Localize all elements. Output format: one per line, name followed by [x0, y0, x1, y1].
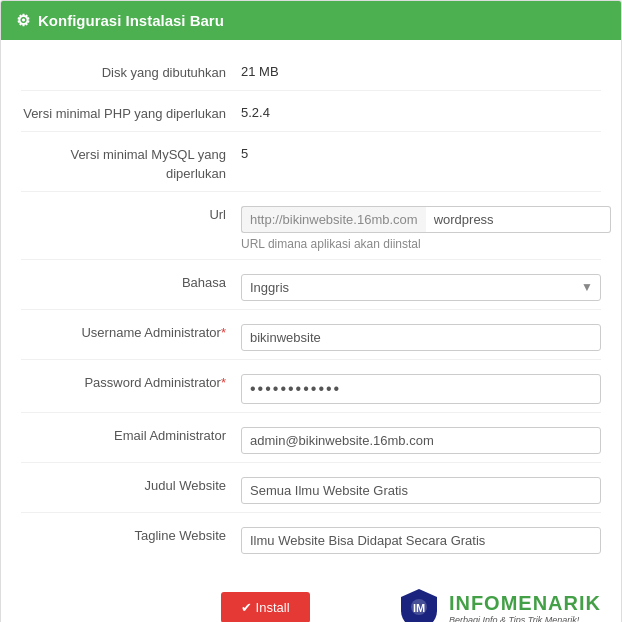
field-judul: Judul Website	[21, 463, 601, 513]
label-mysql: Versi minimal MySQL yang diperlukan	[21, 140, 241, 182]
value-judul	[241, 471, 601, 504]
url-row: http://bikinwebsite.16mb.com	[241, 206, 611, 233]
label-tagline: Tagline Website	[21, 521, 241, 545]
url-prefix: http://bikinwebsite.16mb.com	[241, 206, 426, 233]
url-suffix-input[interactable]	[426, 206, 611, 233]
value-email	[241, 421, 601, 454]
card-footer: ✔ Install IM INFOMENARIK Berbagi Info & …	[1, 582, 621, 622]
label-password: Password Administrator*	[21, 368, 241, 392]
field-php: Versi minimal PHP yang diperlukan 5.2.4	[21, 91, 601, 132]
value-mysql: 5	[241, 140, 601, 161]
required-marker-password: *	[221, 375, 226, 390]
watermark-name: INFOMENARIK	[449, 592, 601, 615]
field-email: Email Administrator	[21, 413, 601, 463]
value-php: 5.2.4	[241, 99, 601, 120]
value-disk: 21 MB	[241, 58, 601, 79]
value-url: http://bikinwebsite.16mb.com URL dimana …	[241, 200, 611, 251]
label-php: Versi minimal PHP yang diperlukan	[21, 99, 241, 123]
field-mysql: Versi minimal MySQL yang diperlukan 5	[21, 132, 601, 191]
value-bahasa: Inggris Indonesia ▼	[241, 268, 601, 301]
card-title: Konfigurasi Instalasi Baru	[38, 12, 224, 29]
email-input[interactable]	[241, 427, 601, 454]
value-username	[241, 318, 601, 351]
label-bahasa: Bahasa	[21, 268, 241, 292]
label-email: Email Administrator	[21, 421, 241, 445]
card-header: ⚙ Konfigurasi Instalasi Baru	[1, 1, 621, 40]
select-wrapper-bahasa: Inggris Indonesia ▼	[241, 274, 601, 301]
watermark-text: INFOMENARIK Berbagi Info & Tips Trik Men…	[449, 592, 601, 622]
config-card: ⚙ Konfigurasi Instalasi Baru Disk yang d…	[0, 0, 622, 622]
username-input[interactable]	[241, 324, 601, 351]
value-password	[241, 368, 601, 404]
watermark-tagline: Berbagi Info & Tips Trik Menarik!	[449, 615, 601, 622]
watermark: IM INFOMENARIK Berbagi Info & Tips Trik …	[395, 585, 601, 622]
label-username: Username Administrator*	[21, 318, 241, 342]
field-url: Url http://bikinwebsite.16mb.com URL dim…	[21, 192, 601, 260]
required-marker-username: *	[221, 325, 226, 340]
field-disk: Disk yang dibutuhkan 21 MB	[21, 50, 601, 91]
install-button[interactable]: ✔ Install	[221, 592, 310, 622]
select-bahasa[interactable]: Inggris Indonesia	[241, 274, 601, 301]
label-url: Url	[21, 200, 241, 224]
field-tagline: Tagline Website	[21, 513, 601, 562]
infomenarik-logo: IM	[395, 585, 443, 622]
url-hint: URL dimana aplikasi akan diinstal	[241, 237, 611, 251]
judul-input[interactable]	[241, 477, 601, 504]
value-tagline	[241, 521, 601, 554]
field-password: Password Administrator*	[21, 360, 601, 413]
tagline-input[interactable]	[241, 527, 601, 554]
label-judul: Judul Website	[21, 471, 241, 495]
settings-icon: ⚙	[16, 11, 30, 30]
field-bahasa: Bahasa Inggris Indonesia ▼	[21, 260, 601, 310]
svg-text:IM: IM	[413, 602, 425, 614]
label-disk: Disk yang dibutuhkan	[21, 58, 241, 82]
card-body: Disk yang dibutuhkan 21 MB Versi minimal…	[1, 40, 621, 582]
field-username: Username Administrator*	[21, 310, 601, 360]
password-input[interactable]	[241, 374, 601, 404]
